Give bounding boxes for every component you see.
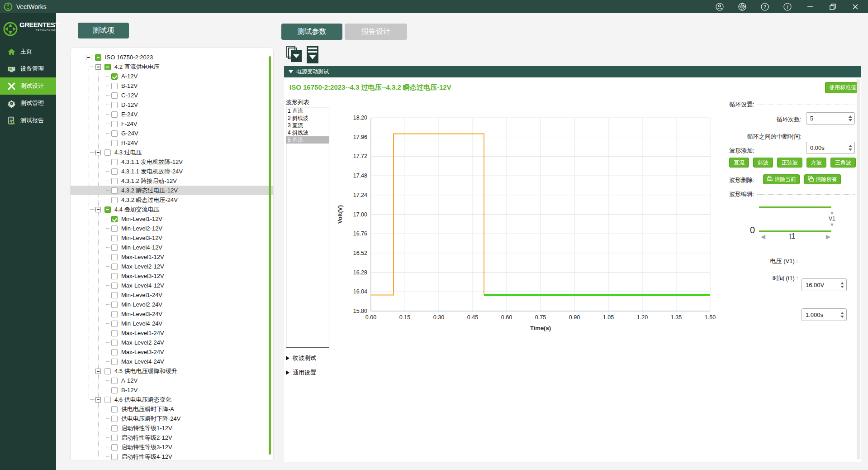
tree-checkbox-unchecked[interactable]: [111, 159, 118, 165]
spin-up-icon[interactable]: [849, 115, 852, 118]
tree-row[interactable]: 4.3.1.2 跨接启动-12V: [71, 176, 273, 186]
waveform-list-item[interactable]: 5 直流: [286, 136, 329, 144]
tree-row[interactable]: 4.5 供电电压缓降和缓升: [71, 366, 273, 376]
tree-checkbox-unchecked[interactable]: [111, 321, 118, 327]
tree-row[interactable]: Max-Level3-12V: [71, 271, 273, 281]
tree-row[interactable]: Min-Level3-24V: [71, 309, 273, 319]
minimize-icon[interactable]: [806, 2, 815, 11]
tree-row[interactable]: D-12V: [71, 100, 273, 110]
tree-checkbox-unchecked[interactable]: [111, 444, 118, 451]
tree-row[interactable]: Min-Level4-24V: [71, 319, 273, 328]
tree-row[interactable]: C-12V: [71, 91, 273, 100]
tree-checkbox-unchecked[interactable]: [111, 130, 118, 137]
tree-row[interactable]: 供电电压瞬时下降-24V: [71, 414, 273, 423]
v1-down-arrow-icon[interactable]: ▼: [830, 222, 835, 227]
wave-add-正弦波-button[interactable]: 正弦波: [777, 158, 802, 168]
tree-checkbox-unchecked[interactable]: [111, 330, 118, 336]
tree-checkbox-unchecked[interactable]: [111, 425, 118, 432]
tree-checkbox-unchecked[interactable]: [111, 197, 118, 203]
spin-down-icon[interactable]: [849, 119, 852, 121]
copy-apply-down-icon[interactable]: [286, 45, 303, 64]
tree-row[interactable]: B-12V: [71, 385, 273, 395]
tree-expander-icon[interactable]: [95, 397, 101, 403]
tree-checkbox-unchecked[interactable]: [111, 245, 118, 251]
tree-row[interactable]: 启动特性等级2-12V: [71, 433, 273, 442]
tree-checkbox-unchecked[interactable]: [111, 292, 118, 298]
ripple-test-section[interactable]: 纹波测试: [286, 354, 316, 362]
spin-up-icon[interactable]: [840, 282, 844, 284]
tab-report-design[interactable]: 报告设计: [345, 24, 407, 40]
tree-checkbox-unchecked[interactable]: [111, 121, 118, 127]
waveform-list-item[interactable]: 4 斜线波: [286, 129, 329, 136]
tree-checkbox-unchecked[interactable]: [111, 416, 118, 422]
tree-checkbox-unchecked[interactable]: [111, 406, 118, 412]
tree-checkbox-unchecked[interactable]: [111, 83, 118, 89]
tree-checkbox-checked[interactable]: [111, 216, 118, 222]
tree-checkbox-partial[interactable]: [95, 54, 101, 61]
tree-checkbox-unchecked[interactable]: [111, 168, 118, 175]
tree-row[interactable]: 启动特性等级1-12V: [71, 423, 273, 433]
t1-left-arrow-icon[interactable]: ◀: [761, 234, 765, 240]
tree-row[interactable]: A-12V: [71, 72, 273, 81]
power-variation-section-header[interactable]: 电源变动测试: [284, 66, 861, 77]
tree-row[interactable]: 4.3.1.1 发电机故障-12V: [71, 157, 273, 167]
tree-checkbox-unchecked[interactable]: [111, 102, 118, 108]
tree-expander-icon[interactable]: [95, 207, 101, 212]
tree-checkbox-unchecked[interactable]: [111, 340, 118, 346]
tree-checkbox-unchecked[interactable]: [111, 178, 118, 184]
tree-row[interactable]: Min-Level1-12V: [71, 214, 273, 224]
tree-row[interactable]: 4.3 过电压: [71, 148, 273, 157]
sidebar-item-5[interactable]: 测试报告: [0, 112, 56, 129]
tree-row[interactable]: Min-Level1-24V: [71, 290, 273, 300]
tab-test-parameters[interactable]: 测试参数: [281, 24, 342, 40]
spinner-arrows[interactable]: [840, 279, 844, 291]
tree-expander-icon[interactable]: [95, 64, 101, 70]
waveform-list-item[interactable]: 2 斜线波: [286, 115, 329, 122]
test-items-button[interactable]: 测试项: [78, 23, 129, 38]
wave-add-直流-button[interactable]: 直流: [729, 158, 749, 168]
tree-checkbox-partial[interactable]: [104, 64, 111, 70]
tree-checkbox-unchecked[interactable]: [111, 264, 118, 270]
tree-row[interactable]: Max-Level4-12V: [71, 281, 273, 290]
general-settings-section[interactable]: 通用设置: [286, 369, 316, 377]
tree-checkbox-unchecked[interactable]: [111, 302, 118, 308]
tree-row[interactable]: 4.3.2 瞬态过电压-12V: [71, 186, 273, 195]
tree-checkbox-unchecked[interactable]: [111, 140, 118, 146]
tree-checkbox-partial[interactable]: [104, 206, 111, 213]
tree-checkbox-unchecked[interactable]: [111, 187, 118, 194]
tree-checkbox-unchecked[interactable]: [111, 435, 118, 441]
tree-checkbox-unchecked[interactable]: [104, 397, 111, 403]
loop-count-spinner[interactable]: 5: [806, 112, 855, 125]
tree-row[interactable]: H-24V: [71, 138, 273, 148]
tree-row[interactable]: Max-Level4-24V: [71, 357, 273, 366]
editor-top-level-line[interactable]: [759, 206, 831, 208]
spin-down-icon[interactable]: [840, 286, 844, 288]
editor-baseline[interactable]: [759, 230, 831, 232]
tree-checkbox-unchecked[interactable]: [111, 454, 118, 460]
waveform-list-item[interactable]: 1 直流: [286, 107, 329, 115]
tree-checkbox-unchecked[interactable]: [111, 111, 118, 118]
tree-checkbox-unchecked[interactable]: [111, 311, 118, 317]
wave-delete-all-button[interactable]: 清除所有: [804, 174, 841, 184]
tree-checkbox-unchecked[interactable]: [111, 225, 118, 232]
voltage-spinner[interactable]: 16.00V: [802, 278, 847, 291]
tree-row[interactable]: ISO 16750-2:2023: [71, 53, 273, 62]
tree-row[interactable]: E-24V: [71, 110, 273, 119]
wave-delete-current-button[interactable]: 清除当前: [763, 174, 800, 184]
tree-row[interactable]: Max-Level1-24V: [71, 328, 273, 338]
tree-row[interactable]: 4.2 直流供电电压: [71, 62, 273, 72]
tree-checkbox-unchecked[interactable]: [111, 387, 118, 393]
tree-row[interactable]: F-24V: [71, 119, 273, 129]
waveform-list-item[interactable]: 3 直流: [286, 122, 329, 129]
time-spinner[interactable]: 1.000s: [802, 308, 847, 321]
apply-down-icon[interactable]: [306, 45, 319, 64]
sidebar-item-2[interactable]: 设备管理: [0, 60, 56, 77]
tree-checkbox-unchecked[interactable]: [111, 92, 118, 99]
tree-row[interactable]: Min-Level4-12V: [71, 243, 273, 252]
tree-row[interactable]: Min-Level2-12V: [71, 224, 273, 233]
right-panel-scrollbar[interactable]: [857, 79, 860, 460]
tree-row[interactable]: B-12V: [71, 81, 273, 91]
tree-row[interactable]: 4.4 叠加交流电压: [71, 205, 273, 214]
use-standard-values-button[interactable]: 使用标准值: [825, 82, 860, 93]
tree-row[interactable]: Min-Level2-24V: [71, 300, 273, 309]
